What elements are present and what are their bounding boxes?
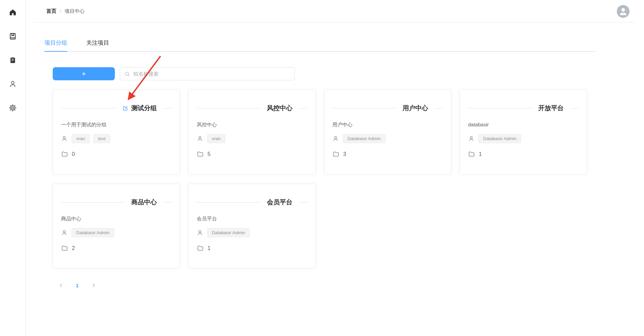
project-group-card[interactable]: 用户中心 用户中心 Databasir Admin 3 [324,90,451,174]
folder-icon [61,151,68,158]
project-count-row: 1 [468,151,579,158]
group-description: 会员平台 [197,215,307,222]
member-tag: Databasir Admin [72,228,114,237]
title-divider-left [468,108,532,109]
sidebar-item-user[interactable] [8,80,17,88]
sidebar-item-docs[interactable] [8,32,17,41]
member-tags: Databasir Admin [207,228,250,237]
app-header: 首页 / 项目中心 [26,0,644,23]
avatar-person-icon [617,5,630,18]
project-count-row: 5 [197,151,307,158]
chevron-left-icon [58,283,63,288]
group-title-row: 测试分组 [61,103,172,113]
project-group-card[interactable]: 会员平台 会员平台 Databasir Admin 1 [188,184,316,268]
members-icon [197,229,203,236]
chevron-right-icon [91,283,96,288]
group-name: 风控中心 [267,104,292,113]
member-tag: Databasir Admin [343,134,385,143]
group-description: 用户中心 [332,121,443,128]
members-icon [61,229,67,236]
project-group-grid: 测试分组 一个用于测试的分组 vrantest 0 [53,90,587,268]
pagination: 1 [55,280,644,291]
tabs-bar: 项目分组 关注项目 [44,39,596,52]
title-divider-right [299,108,307,109]
title-divider-left [332,108,396,109]
member-row: vrantest [61,134,172,143]
search-box [120,67,295,80]
member-tag: vran [72,134,90,143]
title-divider-left [61,202,125,203]
search-input[interactable] [133,71,290,77]
member-tags: vrantest [72,134,110,143]
members-icon [468,135,474,142]
toolbar: + [53,67,644,80]
project-count-row: 0 [61,151,172,158]
group-description: 风控中心 [197,121,307,128]
project-count: 0 [72,151,75,157]
member-tag: Databasir Admin [207,228,250,237]
group-title-row: 风控中心 [197,103,307,113]
clipboard-icon [9,56,17,64]
search-icon [124,71,130,77]
folder-icon [197,151,204,158]
pagination-prev-button[interactable] [55,280,66,291]
folder-icon [332,151,339,158]
project-count: 5 [208,151,211,157]
sidebar-item-settings[interactable] [8,103,17,112]
breadcrumb-current: 项目中心 [64,8,85,14]
group-title-row: 商品中心 [61,198,172,207]
tab-followed-projects[interactable]: 关注项目 [86,39,109,51]
add-group-button[interactable]: + [53,67,115,80]
member-tags: Databasir Admin [478,134,521,143]
group-title-row: 会员平台 [197,198,307,207]
edit-group-icon[interactable] [123,106,128,111]
book-icon [9,32,17,40]
folder-icon [468,151,475,158]
members-icon [61,135,67,142]
user-avatar[interactable] [617,5,630,18]
project-count-row: 1 [197,245,307,252]
group-name: 商品中心 [131,198,157,207]
gear-icon [9,104,17,112]
members-icon [332,135,339,142]
group-name: 会员平台 [267,198,292,207]
breadcrumb-separator: / [60,8,61,14]
member-tag: Databasir Admin [478,134,521,143]
sidebar-item-home[interactable] [8,8,17,17]
title-divider-right [164,108,172,109]
member-tags: Databasir Admin [343,134,385,143]
breadcrumb-home[interactable]: 首页 [46,8,56,14]
member-tags: vran [207,134,225,143]
sidebar-item-projects[interactable] [8,56,17,65]
project-group-card[interactable]: 风控中心 风控中心 vran 5 [188,90,316,174]
sidebar [0,0,26,336]
title-divider-right [164,202,172,203]
member-tag: test [93,134,110,143]
member-tags: Databasir Admin [72,228,114,237]
member-row: Databasir Admin [61,228,172,237]
folder-icon [197,245,204,252]
breadcrumb: 首页 / 项目中心 [46,8,85,14]
project-count: 2 [72,245,75,251]
member-row: vran [197,134,307,143]
project-group-card[interactable]: 商品中心 商品中心 Databasir Admin 2 [53,184,180,268]
pagination-next-button[interactable] [88,280,99,291]
title-divider-right [435,108,443,109]
title-divider-left [197,202,260,203]
home-icon [9,8,17,16]
group-name: 开放平台 [538,104,564,113]
project-count-row: 3 [332,151,443,158]
project-count-row: 2 [61,245,172,252]
member-row: Databasir Admin [468,134,579,143]
project-group-card[interactable]: 测试分组 一个用于测试的分组 vrantest 0 [53,90,180,174]
member-tag: vran [207,134,225,143]
tab-project-groups[interactable]: 项目分组 [44,39,67,52]
member-row: Databasir Admin [197,228,307,237]
group-description: 一个用于测试的分组 [61,121,172,128]
main-content: 首页 / 项目中心 项目分组 关注项目 + [26,0,644,291]
pagination-page-1[interactable]: 1 [72,283,83,288]
project-group-card[interactable]: 开放平台 databasir Databasir Admin 1 [460,90,587,174]
group-description: 商品中心 [61,215,172,222]
member-row: Databasir Admin [332,134,443,143]
group-name: 测试分组 [131,104,157,113]
